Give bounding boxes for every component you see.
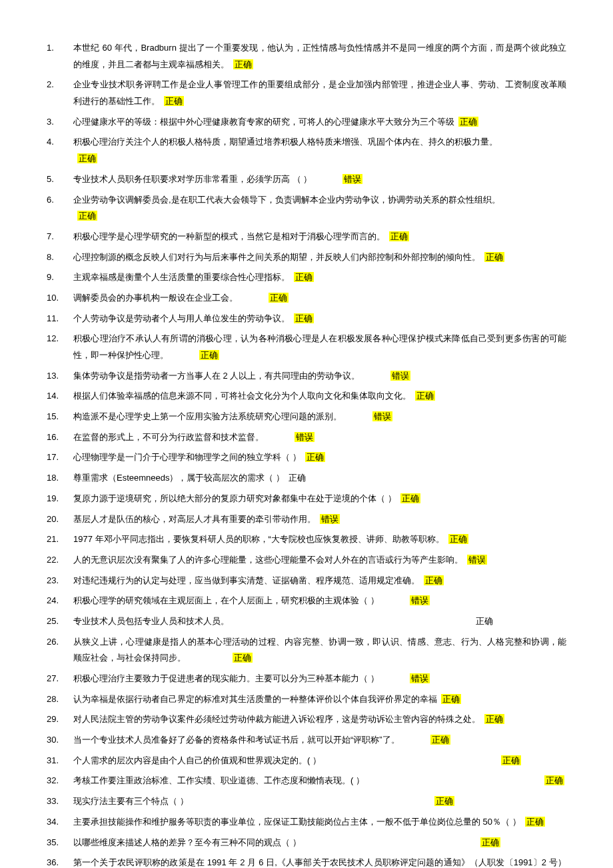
question-item: 对违纪违规行为的认定与处理，应当做到事实清楚、证据确凿、程序规范、适用规定准确。… [47, 573, 566, 589]
question-item: 主观幸福感是衡量个人生活质量的重要综合性心理指标。正确 [47, 269, 566, 286]
question-text: 调解委员会的办事机构一般设在企业工会。 [73, 293, 238, 303]
question-item: 本世纪 60 年代，Bradburn 提出了一个重要发现，他认为，正性情感与负性… [47, 40, 566, 73]
question-item: 现实疗法主要有三个特点（ ） 正确 [47, 793, 566, 810]
question-text: 尊重需求（Esteemneeds），属于较高层次的需求（ ） [73, 473, 285, 483]
question-item: 对人民法院主管的劳动争议案件必须经过劳动仲裁方能进入诉讼程序，这是劳动诉讼主管内… [47, 711, 566, 728]
question-item: 专业技术人员包括专业人员和技术人员。 正确 [47, 613, 566, 630]
question-item: 以哪些维度来描述人格的差异？至今有三种不同的观点（ ） 正确 [47, 835, 566, 851]
question-text: 积极心理治疗关注个人的积极人格特质，期望通过培养积极人格特质来增强、巩固个体内在… [73, 137, 498, 147]
question-item: 构造派不是心理学史上第一个应用实验方法系统研究心理问题的派别。错误 [47, 409, 566, 425]
question-item: 基层人才是队伍的核心，对高层人才具有重要的牵引带动作用。错误 [47, 511, 566, 528]
question-text: 积极心理学是心理学研究的一种新型的模式，当然它是相对于消极心理学而言的。 [73, 231, 385, 241]
answer-label: 正确 [448, 534, 468, 544]
question-text: 构造派不是心理学史上第一个应用实验方法系统研究心理问题的派别。 [73, 411, 342, 421]
question-item: 当一个专业技术人员准备好了必备的资格条件和考试证书后，就可以开始“评职称”了。正… [47, 732, 566, 749]
question-item: 积极心理治疗主要致力于促进患者的现实能力。主要可以分为三种基本能力（ ）错误 [47, 671, 566, 687]
question-item: 根据人们体验幸福感的信息来源不同，可将社会文化分为个人取向文化和集体取向文化。正… [47, 388, 566, 405]
question-list: 本世纪 60 年代，Bradburn 提出了一个重要发现，他认为，正性情感与负性… [47, 40, 566, 868]
question-item: 人的无意识层次没有聚集了人的许多心理能量，这些心理能量不会对人外在的言语或行为等… [47, 552, 566, 569]
question-text: 认为幸福是依据行动者自己界定的标准对其生活质量的一种整体评价以个体自我评价界定的… [73, 694, 437, 704]
question-item: 个人劳动争议是劳动者个人与用人单位发生的劳动争议。正确 [47, 311, 566, 327]
question-text: 当一个专业技术人员准备好了必备的资格条件和考试证书后，就可以开始“评职称”了。 [73, 735, 400, 745]
question-text: 专业技术人员职务任职要求对学历非常看重，必须学历高 （ ） [73, 174, 312, 184]
answer-label: 正确 [430, 735, 450, 745]
question-item: 1977 年邓小平同志指出，要恢复科研人员的职称，“大专院校也应恢复教授、讲师、… [47, 531, 566, 548]
question-item: 心理健康水平的等级：根据中外心理健康教育专家的研究，可将人的心理健康水平大致分为… [47, 114, 566, 131]
question-text: 现实疗法主要有三个特点（ ） [73, 796, 189, 806]
answer-label: 正确 [294, 313, 314, 323]
question-text: 复原力源于逆境研究，所以绝大部分的复原力研究对象都集中在处于逆境的个体（ ） [73, 493, 396, 503]
answer-label: 正确 [269, 293, 289, 303]
question-text: 1977 年邓小平同志指出，要恢复科研人员的职称，“大专院校也应恢复教授、讲师、… [73, 534, 444, 544]
question-item: 第一个关于农民评职称的政策是在 1991 年 2 月 6 日,《人事部关于农民技… [47, 855, 566, 868]
answer-label: 正确 [294, 272, 314, 282]
question-item: 积极心理学的研究领域在主观层面上，在个人层面上，研究积极的主观体验（ ）错误 [47, 593, 566, 609]
answer-label: 错误 [390, 371, 410, 381]
question-text: 基层人才是队伍的核心，对高层人才具有重要的牵引带动作用。 [73, 514, 316, 524]
question-text: 主要承担技能操作和维护服务等职责的事业单位，应保证工勤技能岗位占主体，一般不低于… [73, 817, 521, 827]
answer-label: 错误 [320, 514, 340, 524]
question-text: 心理物理学是一门介于心理学和物理学之间的独立学科（ ） [73, 452, 301, 462]
answer-label: 错误 [342, 174, 362, 184]
question-item: 尊重需求（Esteemneeds），属于较高层次的需求（ ）正确 [47, 470, 566, 487]
answer-label: 正确 [233, 59, 253, 69]
question-item: 集体劳动争议是指劳动者一方当事人在 2 人以上，有共同理由的劳动争议。错误 [47, 368, 566, 385]
question-text: 个人需求的层次内容是由个人自己的价值观和世界观决定的。( ） [73, 755, 321, 765]
question-text: 企业劳动争议调解委员会,是在职工代表大会领导下，负责调解本企业内劳动争议，协调劳… [73, 195, 500, 205]
question-item: 从狭义上讲，心理健康是指人的基本心理活动的过程、内容完整、协调一致，即认识、情感… [47, 634, 566, 667]
answer-label: 正确 [400, 493, 420, 503]
answer-label: 正确 [164, 96, 184, 106]
question-item: 认为幸福是依据行动者自己界定的标准对其生活质量的一种整体评价以个体自我评价界定的… [47, 691, 566, 708]
question-text: 第一个关于农民评职称的政策是在 1991 年 2 月 6 日,《人事部关于农民技… [73, 857, 566, 868]
question-text: 心理健康水平的等级：根据中外心理健康教育专家的研究，可将人的心理健康水平大致分为… [73, 117, 454, 127]
question-text: 从狭义上讲，心理健康是指人的基本心理活动的过程、内容完整、协调一致，即认识、情感… [73, 637, 566, 663]
answer-label: 正确 [484, 252, 504, 262]
answer-label: 正确 [233, 653, 253, 663]
answer-label: 正确 [199, 350, 219, 360]
answer-label: 正确 [501, 755, 521, 765]
question-item: 心理物理学是一门介于心理学和物理学之间的独立学科（ ）正确 [47, 449, 566, 466]
question-item: 主要承担技能操作和维护服务等职责的事业单位，应保证工勤技能岗位占主体，一般不低于… [47, 814, 566, 831]
answer-label: 正确 [424, 575, 444, 585]
question-text: 对违纪违规行为的认定与处理，应当做到事实清楚、证据确凿、程序规范、适用规定准确。 [73, 575, 420, 585]
question-item: 复原力源于逆境研究，所以绝大部分的复原力研究对象都集中在处于逆境的个体（ ）正确 [47, 491, 566, 507]
question-text: 积极心理治疗不承认人有所谓的消极心理，认为各种消极心理是人在积极发展各种心理保护… [73, 333, 566, 360]
answer-label: 错误 [467, 555, 487, 565]
answer-label: 正确 [441, 694, 461, 704]
answer-label: 错误 [295, 432, 314, 442]
answer-label: 正确 [77, 153, 97, 163]
question-item: 专业技术人员职务任职要求对学历非常看重，必须学历高 （ ）错误 [47, 171, 566, 188]
answer-label: 正确 [415, 391, 435, 401]
answer-label: 正确 [389, 231, 409, 241]
answer-label: 正确 [77, 211, 97, 221]
answer-label: 错误 [372, 411, 392, 421]
question-item: 积极心理治疗不承认人有所谓的消极心理，认为各种消极心理是人在积极发展各种心理保护… [47, 331, 566, 363]
question-item: 个人需求的层次内容是由个人自己的价值观和世界观决定的。( ） 正确 [47, 753, 566, 769]
question-text: 本世纪 60 年代，Bradburn 提出了一个重要发现，他认为，正性情感与负性… [73, 43, 566, 69]
question-text: 在监督的形式上，不可分为行政监督和技术监督。 [73, 432, 264, 442]
question-text: 集体劳动争议是指劳动者一方当事人在 2 人以上，有共同理由的劳动争议。 [73, 371, 360, 381]
question-text: 主观幸福感是衡量个人生活质量的重要综合性心理指标。 [73, 272, 290, 282]
question-text: 积极心理治疗主要致力于促进患者的现实能力。主要可以分为三种基本能力（ ） [73, 673, 379, 683]
question-text: 积极心理学的研究领域在主观层面上，在个人层面上，研究积极的主观体验（ ） [73, 595, 379, 605]
answer-label: 正确 [458, 117, 478, 127]
question-item: 调解委员会的办事机构一般设在企业工会。正确 [47, 290, 566, 307]
answer-label: 正确 [289, 473, 306, 483]
question-item: 企业劳动争议调解委员会,是在职工代表大会领导下，负责调解本企业内劳动争议，协调劳… [47, 192, 566, 225]
answer-label: 正确 [544, 775, 564, 785]
answer-label: 正确 [434, 796, 454, 806]
answer-label: 正确 [525, 817, 545, 827]
question-item: 企业专业技术职务评聘工作是企业人事管理工作的重要组成部分，是企业加强内部管理，推… [47, 77, 566, 109]
question-text: 专业技术人员包括专业人员和技术人员。 [73, 616, 229, 626]
answer-label: 正确 [476, 616, 493, 626]
question-item: 心理控制源的概念反映人们对行为与后来事件之间关系的期望，并反映人们内部控制和外部… [47, 249, 566, 266]
question-item: 在监督的形式上，不可分为行政监督和技术监督。错误 [47, 429, 566, 446]
question-text: 心理控制源的概念反映人们对行为与后来事件之间关系的期望，并反映人们内部控制和外部… [73, 252, 480, 262]
answer-label: 正确 [305, 452, 325, 462]
question-text: 根据人们体验幸福感的信息来源不同，可将社会文化分为个人取向文化和集体取向文化。 [73, 391, 411, 401]
question-text: 人的无意识层次没有聚集了人的许多心理能量，这些心理能量不会对人外在的言语或行为等… [73, 555, 463, 565]
answer-label: 正确 [480, 837, 500, 847]
question-text: 个人劳动争议是劳动者个人与用人单位发生的劳动争议。 [73, 313, 290, 323]
question-text: 企业专业技术职务评聘工作是企业人事管理工作的重要组成部分，是企业加强内部管理，推… [73, 79, 566, 106]
question-item: 积极心理治疗关注个人的积极人格特质，期望通过培养积极人格特质来增强、巩固个体内在… [47, 134, 566, 167]
